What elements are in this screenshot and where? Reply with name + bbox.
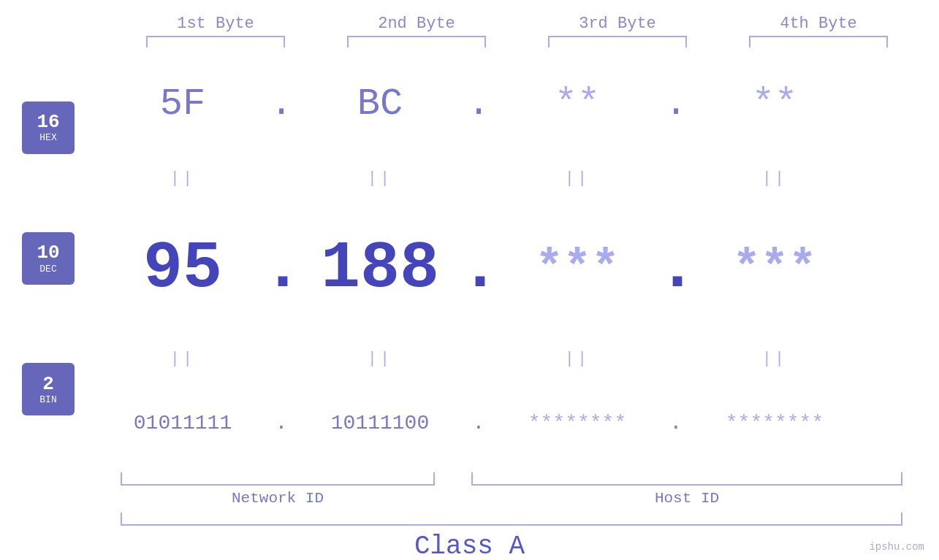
dec-dot-2: . bbox=[460, 231, 497, 306]
bracket-4 bbox=[749, 36, 888, 47]
equals-1: || bbox=[102, 169, 263, 188]
dec-byte-1: 95 bbox=[102, 231, 263, 306]
equals-8: || bbox=[694, 350, 855, 368]
host-id-label: Host ID bbox=[471, 490, 902, 507]
equals-dec-bin: || || || || bbox=[102, 350, 939, 368]
watermark: ipshu.com bbox=[869, 541, 924, 553]
bin-dot-2: . bbox=[460, 412, 497, 434]
bracket-2 bbox=[347, 36, 486, 47]
equals-4: || bbox=[694, 169, 855, 188]
bin-number: 2 bbox=[42, 374, 54, 395]
byte-header-2: 2nd Byte bbox=[336, 15, 497, 33]
dec-number: 10 bbox=[37, 242, 59, 264]
left-labels: 16 HEX 10 DEC 2 BIN bbox=[0, 55, 102, 469]
byte-header-4: 4th Byte bbox=[738, 15, 899, 33]
equals-3: || bbox=[497, 169, 658, 188]
class-label-row: Class A bbox=[0, 532, 939, 560]
bin-badge: 2 BIN bbox=[22, 363, 75, 415]
bin-row: 01011111 . 10111100 . ******** . *******… bbox=[102, 412, 939, 434]
byte-headers-row: 1st Byte 2nd Byte 3rd Byte 4th Byte bbox=[115, 15, 919, 33]
bracket-3 bbox=[548, 36, 687, 47]
top-brackets bbox=[115, 36, 919, 47]
bin-byte-2: 10111100 bbox=[300, 412, 460, 434]
dec-byte-3: *** bbox=[497, 242, 658, 295]
sub-brackets-row bbox=[121, 472, 902, 486]
content-area: 16 HEX 10 DEC 2 BIN 5F . BC . ** . ** bbox=[0, 55, 939, 469]
network-id-label: Network ID bbox=[121, 490, 435, 507]
bin-dot-3: . bbox=[658, 412, 694, 434]
bin-dot-1: . bbox=[263, 412, 300, 434]
hex-byte-1: 5F bbox=[102, 83, 263, 126]
dec-byte-2: 188 bbox=[300, 231, 460, 306]
bytes-display: 5F . BC . ** . ** || || || || 95 bbox=[102, 55, 939, 469]
equals-2: || bbox=[300, 169, 460, 188]
dec-label: DEC bbox=[39, 264, 56, 275]
hex-byte-3: ** bbox=[497, 83, 658, 126]
byte-header-1: 1st Byte bbox=[135, 15, 296, 33]
hex-dot-2: . bbox=[460, 83, 497, 126]
hex-label: HEX bbox=[39, 132, 56, 143]
overall-bracket bbox=[121, 513, 902, 526]
bracket-1 bbox=[146, 36, 285, 47]
bin-byte-4: ******** bbox=[694, 412, 855, 434]
hex-number: 16 bbox=[37, 112, 59, 133]
hex-dot-3: . bbox=[658, 83, 694, 126]
dec-byte-4: *** bbox=[694, 242, 855, 295]
equals-5: || bbox=[102, 350, 263, 368]
dec-dot-1: . bbox=[263, 231, 300, 306]
class-label: Class A bbox=[414, 532, 525, 560]
hex-dot-1: . bbox=[263, 83, 300, 126]
bin-label: BIN bbox=[39, 394, 56, 405]
hex-byte-2: BC bbox=[300, 83, 460, 126]
equals-hex-dec: || || || || bbox=[102, 169, 939, 188]
hex-byte-4: ** bbox=[694, 83, 855, 126]
hex-badge: 16 HEX bbox=[22, 101, 75, 154]
equals-6: || bbox=[300, 350, 460, 368]
bin-byte-3: ******** bbox=[497, 412, 658, 434]
dec-dot-3: . bbox=[658, 231, 694, 306]
dec-row: 95 . 188 . *** . *** bbox=[102, 231, 939, 306]
network-id-bracket bbox=[121, 472, 435, 486]
byte-header-3: 3rd Byte bbox=[537, 15, 698, 33]
equals-7: || bbox=[497, 350, 658, 368]
id-labels: Network ID Host ID bbox=[121, 490, 902, 507]
host-id-bracket bbox=[471, 472, 902, 486]
bottom-section: Network ID Host ID Class A bbox=[0, 472, 939, 560]
bin-byte-1: 01011111 bbox=[102, 412, 263, 434]
dec-badge: 10 DEC bbox=[22, 232, 75, 285]
hex-row: 5F . BC . ** . ** bbox=[102, 83, 939, 126]
main-container: 1st Byte 2nd Byte 3rd Byte 4th Byte 16 H… bbox=[0, 0, 939, 560]
